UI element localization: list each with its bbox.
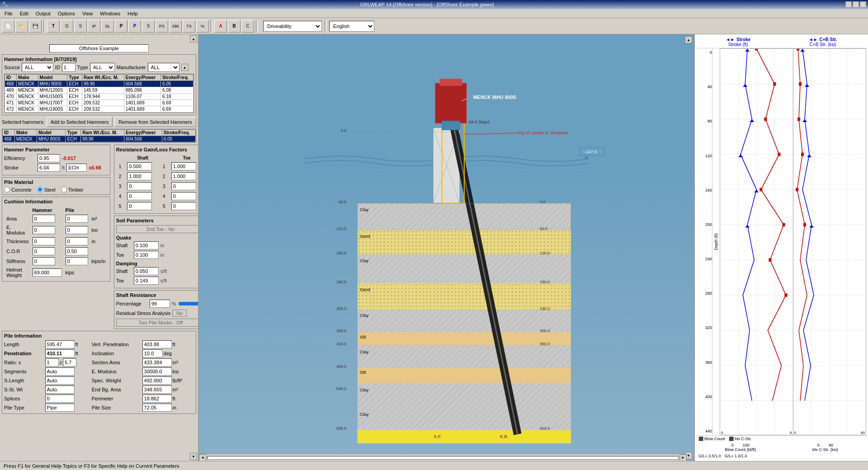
id-input[interactable]	[62, 63, 75, 72]
emod-pile-input[interactable]	[142, 367, 172, 376]
hammer-cor-input[interactable]	[33, 247, 55, 255]
toolbar-s2[interactable]: S	[142, 20, 155, 33]
toolbar-num[interactable]: PS	[156, 20, 168, 33]
toe-damp-input[interactable]	[134, 277, 159, 285]
hammer-table-scroll[interactable]: ID Make Model Type Ram Wt./Ecc. M. Energ…	[4, 74, 194, 113]
2nd-toe-btn[interactable]: 2nd Toe - No	[116, 225, 198, 233]
perimeter-input[interactable]	[142, 395, 172, 403]
ratio-x-input[interactable]	[45, 358, 59, 367]
residual-btn[interactable]: No	[172, 310, 187, 317]
driveability-dropdown[interactable]: Driveability	[263, 21, 322, 32]
pile-thick-input[interactable]	[66, 237, 88, 245]
vert-pen-input[interactable]	[142, 340, 172, 348]
remove-hammer-btn[interactable]: Remove from Selected Hammers	[114, 117, 196, 127]
timber-radio[interactable]	[61, 187, 67, 193]
shaft-damp-input[interactable]	[134, 267, 159, 275]
menu-view[interactable]: View	[79, 10, 97, 17]
pen-input[interactable]	[45, 349, 75, 357]
toolbar-s[interactable]: S	[74, 20, 87, 33]
inclination-input[interactable]	[142, 349, 163, 357]
toolbar-b[interactable]: B	[228, 20, 241, 33]
toolbar-g[interactable]: G	[61, 20, 73, 33]
section-area-input[interactable]	[142, 358, 172, 367]
add-hammer-btn[interactable]: Add to Selected Hammers	[47, 117, 113, 127]
toolbar-num2[interactable]: 286	[169, 20, 182, 33]
efficiency-input[interactable]	[38, 154, 60, 162]
spec-wt-input[interactable]	[142, 376, 172, 385]
menu-file[interactable]: File	[1, 10, 16, 17]
scroll-right[interactable]: ►	[679, 454, 687, 461]
toe-quake-input[interactable]	[134, 251, 159, 259]
two-pile-btn[interactable]: Two Pile Model - Off	[116, 319, 198, 327]
pile-size-input[interactable]	[142, 404, 172, 412]
ss-wt-input[interactable]	[45, 385, 75, 394]
save-btn[interactable]: 💾	[29, 20, 42, 33]
toolbar-p2[interactable]: P	[128, 20, 141, 33]
open-btn[interactable]: 📂	[15, 20, 28, 33]
pile-stiff-input[interactable]	[66, 257, 88, 265]
toe-1-input[interactable]	[171, 162, 196, 170]
stroke-input[interactable]	[38, 164, 60, 172]
pile-emod-input[interactable]	[66, 226, 88, 234]
length-input[interactable]	[45, 340, 75, 348]
horiz-scrollbar[interactable]: ◄ ►	[199, 454, 687, 461]
toolbar-t[interactable]: T	[47, 20, 60, 33]
hammer-row[interactable]: 471 MENCK MHU1700T ECH 209.532 1401.689 …	[5, 100, 193, 106]
new-btn[interactable]: 📄	[2, 20, 14, 33]
scroll-up[interactable]: ▲	[190, 35, 197, 42]
hammer-emod-input[interactable]	[33, 226, 55, 234]
menu-output[interactable]: Output	[32, 10, 54, 17]
pile-type-input[interactable]	[45, 404, 75, 412]
scroll-track[interactable]	[207, 456, 679, 460]
toe-3-input[interactable]	[171, 182, 196, 190]
hammer-row[interactable]: 470 MENCK MHU1500S ECH 178.944 1106.07 6…	[5, 94, 193, 100]
menu-edit[interactable]: Edit	[16, 10, 32, 17]
hammer-stiff-input[interactable]	[33, 257, 55, 265]
shaft-quake-input[interactable]	[134, 241, 159, 249]
toe-4-input[interactable]	[171, 192, 196, 200]
toolbar-p[interactable]: P	[115, 20, 127, 33]
menu-help[interactable]: Help	[124, 10, 142, 17]
toolbar-a[interactable]: A	[214, 20, 227, 33]
concrete-option[interactable]: Concrete	[4, 187, 32, 193]
manufacturer-dropdown[interactable]: ALL	[148, 63, 179, 72]
shaft-1-input[interactable]	[127, 162, 152, 170]
scroll-left[interactable]: ◄	[199, 454, 206, 461]
type-dropdown[interactable]: ALL	[90, 63, 115, 72]
shaft-3-input[interactable]	[127, 182, 152, 190]
hammer-scroll-up[interactable]: ▲	[181, 64, 189, 71]
selected-hammer-row[interactable]: 468 MENCK MHU 800S ECH 99.96 604.568 6.0…	[3, 136, 196, 142]
segments-input[interactable]	[45, 367, 75, 376]
toolbar-sl[interactable]: SL	[101, 20, 114, 33]
stroke-type[interactable]	[66, 164, 87, 172]
end-bg-input[interactable]	[142, 385, 172, 394]
toolbar-ip[interactable]: IP	[88, 20, 100, 33]
selected-hammer-table-scroll[interactable]: ID Make Model Type Ram Wt./Ecc. M. Energ…	[2, 129, 196, 143]
menu-windows[interactable]: Windows	[96, 10, 124, 17]
shaft-5-input[interactable]	[127, 202, 152, 210]
pile-cor-input[interactable]	[66, 247, 88, 255]
toe-5-input[interactable]	[171, 202, 196, 210]
hammer-thick-input[interactable]	[33, 237, 55, 245]
hammer-row[interactable]: 468 MENCK MHU 800S ECH 99.96 604.568 6.0…	[5, 81, 193, 87]
toe-2-input[interactable]	[171, 172, 196, 180]
hammer-row[interactable]: 469 MENCK MHU1200S ECH 145.59 885.096 6.…	[5, 87, 193, 94]
scroll-down[interactable]: ▼	[190, 453, 197, 460]
minimize-btn[interactable]: _	[845, 1, 852, 8]
toolbar-c[interactable]: C	[241, 20, 254, 33]
helmet-weight-input[interactable]	[33, 268, 62, 277]
slength-input[interactable]	[45, 376, 75, 385]
hammer-row[interactable]: 472 MENCK MHU1900S ECH 209.532 1401.689 …	[5, 106, 193, 113]
concrete-radio[interactable]	[4, 187, 10, 193]
ratio-z-input[interactable]	[63, 358, 76, 367]
hammer-area-input[interactable]	[33, 215, 55, 223]
toolbar-icon2[interactable]: %	[196, 20, 209, 33]
steel-option[interactable]: Steel	[37, 187, 56, 193]
viz-scroll-up[interactable]: ▲	[685, 36, 692, 43]
splices-input[interactable]	[45, 395, 75, 403]
menu-options[interactable]: Options	[54, 10, 79, 17]
maximize-btn[interactable]: □	[853, 1, 859, 8]
shaft-4-input[interactable]	[127, 192, 152, 200]
language-dropdown[interactable]: English	[329, 21, 374, 32]
source-dropdown[interactable]: ALL	[22, 63, 53, 72]
